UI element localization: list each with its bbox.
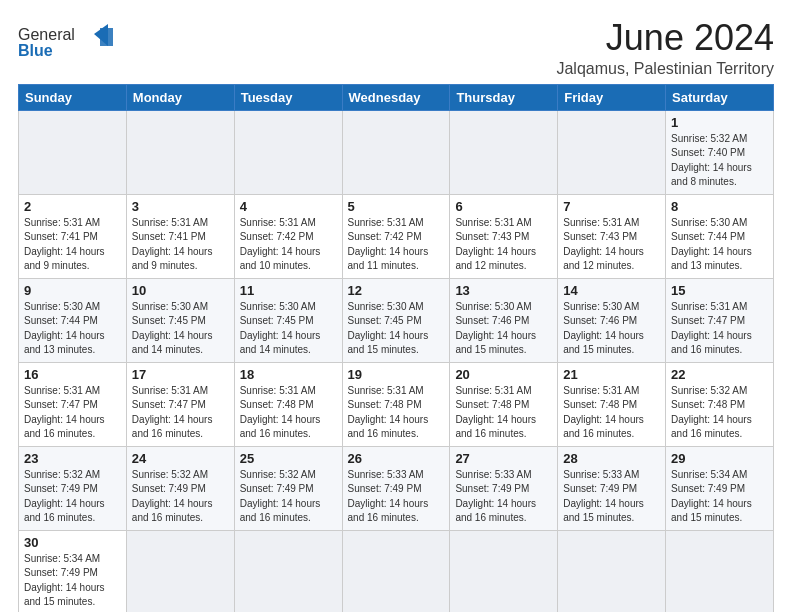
day-info: Sunrise: 5:31 AM Sunset: 7:47 PM Dayligh… bbox=[24, 384, 121, 442]
calendar-cell bbox=[558, 530, 666, 612]
day-number: 17 bbox=[132, 367, 229, 382]
day-number: 4 bbox=[240, 199, 337, 214]
weekday-header-friday: Friday bbox=[558, 84, 666, 110]
day-info: Sunrise: 5:33 AM Sunset: 7:49 PM Dayligh… bbox=[348, 468, 445, 526]
weekday-header-row: SundayMondayTuesdayWednesdayThursdayFrid… bbox=[19, 84, 774, 110]
day-info: Sunrise: 5:31 AM Sunset: 7:48 PM Dayligh… bbox=[455, 384, 552, 442]
calendar-cell bbox=[666, 530, 774, 612]
day-number: 30 bbox=[24, 535, 121, 550]
day-info: Sunrise: 5:30 AM Sunset: 7:46 PM Dayligh… bbox=[455, 300, 552, 358]
calendar-cell: 14Sunrise: 5:30 AM Sunset: 7:46 PM Dayli… bbox=[558, 278, 666, 362]
weekday-header-wednesday: Wednesday bbox=[342, 84, 450, 110]
day-info: Sunrise: 5:32 AM Sunset: 7:49 PM Dayligh… bbox=[24, 468, 121, 526]
week-row-4: 16Sunrise: 5:31 AM Sunset: 7:47 PM Dayli… bbox=[19, 362, 774, 446]
calendar-cell: 23Sunrise: 5:32 AM Sunset: 7:49 PM Dayli… bbox=[19, 446, 127, 530]
day-info: Sunrise: 5:31 AM Sunset: 7:42 PM Dayligh… bbox=[240, 216, 337, 274]
calendar-cell: 8Sunrise: 5:30 AM Sunset: 7:44 PM Daylig… bbox=[666, 194, 774, 278]
day-info: Sunrise: 5:31 AM Sunset: 7:43 PM Dayligh… bbox=[455, 216, 552, 274]
calendar-cell: 12Sunrise: 5:30 AM Sunset: 7:45 PM Dayli… bbox=[342, 278, 450, 362]
calendar-cell: 20Sunrise: 5:31 AM Sunset: 7:48 PM Dayli… bbox=[450, 362, 558, 446]
calendar-cell: 19Sunrise: 5:31 AM Sunset: 7:48 PM Dayli… bbox=[342, 362, 450, 446]
calendar-cell: 21Sunrise: 5:31 AM Sunset: 7:48 PM Dayli… bbox=[558, 362, 666, 446]
week-row-5: 23Sunrise: 5:32 AM Sunset: 7:49 PM Dayli… bbox=[19, 446, 774, 530]
week-row-1: 1Sunrise: 5:32 AM Sunset: 7:40 PM Daylig… bbox=[19, 110, 774, 194]
calendar-table: SundayMondayTuesdayWednesdayThursdayFrid… bbox=[18, 84, 774, 612]
day-number: 21 bbox=[563, 367, 660, 382]
week-row-6: 30Sunrise: 5:34 AM Sunset: 7:49 PM Dayli… bbox=[19, 530, 774, 612]
calendar-cell bbox=[234, 530, 342, 612]
day-number: 9 bbox=[24, 283, 121, 298]
day-info: Sunrise: 5:30 AM Sunset: 7:44 PM Dayligh… bbox=[671, 216, 768, 274]
calendar-cell: 18Sunrise: 5:31 AM Sunset: 7:48 PM Dayli… bbox=[234, 362, 342, 446]
day-info: Sunrise: 5:31 AM Sunset: 7:47 PM Dayligh… bbox=[671, 300, 768, 358]
weekday-header-thursday: Thursday bbox=[450, 84, 558, 110]
day-info: Sunrise: 5:31 AM Sunset: 7:41 PM Dayligh… bbox=[132, 216, 229, 274]
calendar-cell: 16Sunrise: 5:31 AM Sunset: 7:47 PM Dayli… bbox=[19, 362, 127, 446]
day-info: Sunrise: 5:31 AM Sunset: 7:48 PM Dayligh… bbox=[348, 384, 445, 442]
day-number: 10 bbox=[132, 283, 229, 298]
week-row-2: 2Sunrise: 5:31 AM Sunset: 7:41 PM Daylig… bbox=[19, 194, 774, 278]
day-number: 20 bbox=[455, 367, 552, 382]
day-number: 27 bbox=[455, 451, 552, 466]
calendar-cell: 29Sunrise: 5:34 AM Sunset: 7:49 PM Dayli… bbox=[666, 446, 774, 530]
day-info: Sunrise: 5:31 AM Sunset: 7:47 PM Dayligh… bbox=[132, 384, 229, 442]
calendar-cell: 4Sunrise: 5:31 AM Sunset: 7:42 PM Daylig… bbox=[234, 194, 342, 278]
day-info: Sunrise: 5:30 AM Sunset: 7:46 PM Dayligh… bbox=[563, 300, 660, 358]
logo: General Blue bbox=[18, 18, 118, 64]
day-number: 14 bbox=[563, 283, 660, 298]
calendar-cell: 24Sunrise: 5:32 AM Sunset: 7:49 PM Dayli… bbox=[126, 446, 234, 530]
calendar-cell bbox=[342, 110, 450, 194]
day-number: 25 bbox=[240, 451, 337, 466]
day-number: 12 bbox=[348, 283, 445, 298]
day-info: Sunrise: 5:30 AM Sunset: 7:44 PM Dayligh… bbox=[24, 300, 121, 358]
day-number: 6 bbox=[455, 199, 552, 214]
day-info: Sunrise: 5:32 AM Sunset: 7:40 PM Dayligh… bbox=[671, 132, 768, 190]
day-number: 18 bbox=[240, 367, 337, 382]
calendar-cell bbox=[450, 110, 558, 194]
calendar-cell bbox=[450, 530, 558, 612]
location: Jalqamus, Palestinian Territory bbox=[556, 60, 774, 78]
day-info: Sunrise: 5:30 AM Sunset: 7:45 PM Dayligh… bbox=[132, 300, 229, 358]
calendar-cell: 6Sunrise: 5:31 AM Sunset: 7:43 PM Daylig… bbox=[450, 194, 558, 278]
calendar-cell: 22Sunrise: 5:32 AM Sunset: 7:48 PM Dayli… bbox=[666, 362, 774, 446]
month-title: June 2024 bbox=[556, 18, 774, 58]
calendar-cell: 2Sunrise: 5:31 AM Sunset: 7:41 PM Daylig… bbox=[19, 194, 127, 278]
calendar-cell bbox=[558, 110, 666, 194]
calendar-cell: 30Sunrise: 5:34 AM Sunset: 7:49 PM Dayli… bbox=[19, 530, 127, 612]
calendar-cell: 5Sunrise: 5:31 AM Sunset: 7:42 PM Daylig… bbox=[342, 194, 450, 278]
day-number: 22 bbox=[671, 367, 768, 382]
calendar-cell: 7Sunrise: 5:31 AM Sunset: 7:43 PM Daylig… bbox=[558, 194, 666, 278]
calendar-cell: 27Sunrise: 5:33 AM Sunset: 7:49 PM Dayli… bbox=[450, 446, 558, 530]
day-number: 23 bbox=[24, 451, 121, 466]
day-number: 8 bbox=[671, 199, 768, 214]
weekday-header-saturday: Saturday bbox=[666, 84, 774, 110]
day-number: 29 bbox=[671, 451, 768, 466]
calendar-cell bbox=[19, 110, 127, 194]
calendar-cell: 17Sunrise: 5:31 AM Sunset: 7:47 PM Dayli… bbox=[126, 362, 234, 446]
day-info: Sunrise: 5:33 AM Sunset: 7:49 PM Dayligh… bbox=[455, 468, 552, 526]
calendar-cell bbox=[234, 110, 342, 194]
day-number: 16 bbox=[24, 367, 121, 382]
weekday-header-monday: Monday bbox=[126, 84, 234, 110]
calendar-cell: 26Sunrise: 5:33 AM Sunset: 7:49 PM Dayli… bbox=[342, 446, 450, 530]
weekday-header-tuesday: Tuesday bbox=[234, 84, 342, 110]
title-block: June 2024 Jalqamus, Palestinian Territor… bbox=[556, 18, 774, 78]
calendar-page: General Blue June 2024 Jalqamus, Palesti… bbox=[0, 0, 792, 612]
day-number: 7 bbox=[563, 199, 660, 214]
calendar-cell: 25Sunrise: 5:32 AM Sunset: 7:49 PM Dayli… bbox=[234, 446, 342, 530]
day-info: Sunrise: 5:31 AM Sunset: 7:41 PM Dayligh… bbox=[24, 216, 121, 274]
logo-text: General Blue bbox=[18, 18, 118, 64]
day-info: Sunrise: 5:31 AM Sunset: 7:48 PM Dayligh… bbox=[563, 384, 660, 442]
day-number: 2 bbox=[24, 199, 121, 214]
svg-text:General: General bbox=[18, 26, 75, 43]
day-info: Sunrise: 5:34 AM Sunset: 7:49 PM Dayligh… bbox=[671, 468, 768, 526]
calendar-cell: 28Sunrise: 5:33 AM Sunset: 7:49 PM Dayli… bbox=[558, 446, 666, 530]
day-number: 26 bbox=[348, 451, 445, 466]
day-number: 28 bbox=[563, 451, 660, 466]
calendar-cell: 11Sunrise: 5:30 AM Sunset: 7:45 PM Dayli… bbox=[234, 278, 342, 362]
calendar-cell bbox=[342, 530, 450, 612]
calendar-cell: 1Sunrise: 5:32 AM Sunset: 7:40 PM Daylig… bbox=[666, 110, 774, 194]
day-number: 1 bbox=[671, 115, 768, 130]
calendar-cell: 10Sunrise: 5:30 AM Sunset: 7:45 PM Dayli… bbox=[126, 278, 234, 362]
day-info: Sunrise: 5:33 AM Sunset: 7:49 PM Dayligh… bbox=[563, 468, 660, 526]
